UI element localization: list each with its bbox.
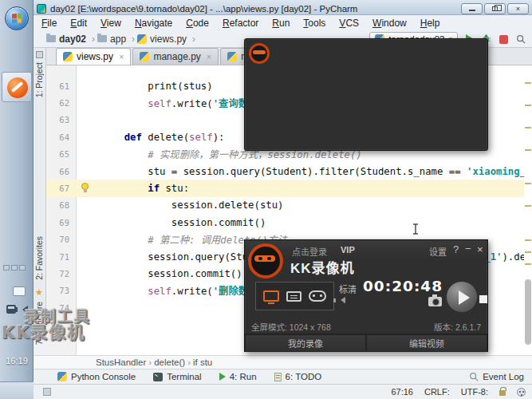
change-marker[interactable] <box>525 263 531 265</box>
change-marker[interactable] <box>525 105 531 106</box>
breadcrumb-method[interactable]: delete() <box>154 358 185 367</box>
favorites-star-icon: ★ <box>35 287 43 298</box>
inspection-profile-icon[interactable] <box>517 388 526 397</box>
search-icon[interactable] <box>516 34 526 44</box>
code-line-66[interactable]: 66 stu = session.query(Student).filter(S… <box>46 163 524 180</box>
change-marker[interactable] <box>525 183 531 184</box>
breadcrumb-day02[interactable]: day02 <box>46 34 86 45</box>
menu-file[interactable]: File <box>41 18 57 29</box>
change-marker[interactable] <box>525 82 531 84</box>
menu-edit[interactable]: Edit <box>70 18 87 29</box>
taskbar-mini-buttons[interactable] <box>3 265 26 271</box>
breadcrumb-views[interactable]: views.py <box>137 34 187 45</box>
menu-vcs[interactable]: VCS <box>339 18 359 29</box>
window-mode-icon[interactable] <box>286 291 301 302</box>
lock-icon[interactable] <box>499 390 506 396</box>
breadcrumb-app[interactable]: app <box>97 34 126 45</box>
kk-edit-video-button[interactable]: 编辑视频 <box>366 334 487 352</box>
change-marker[interactable] <box>525 251 531 253</box>
orange-app-icon <box>7 77 28 98</box>
kk-quality-label[interactable]: 标清 <box>339 282 357 295</box>
kk-record-button[interactable] <box>446 281 478 313</box>
language-indicator[interactable] <box>13 286 26 296</box>
intention-bulb-icon[interactable] <box>81 183 89 190</box>
tab-views.py[interactable]: views.py× <box>56 48 131 65</box>
kk-my-recordings-button[interactable]: 我的录像 <box>245 334 366 352</box>
change-marker[interactable] <box>525 239 531 241</box>
kk-help-button[interactable]: ? <box>453 243 459 255</box>
event-log-button[interactable]: Event Log <box>469 372 524 381</box>
kk-close-button[interactable]: × <box>477 243 483 255</box>
change-marker[interactable] <box>525 149 531 151</box>
text-cursor-ibeam <box>412 223 419 235</box>
todo-tool-button[interactable]: 6: TODO <box>274 372 322 381</box>
tool-window-strip: 1: Project 2: Favorites ★ 7: Structure <box>33 48 46 338</box>
kk-minimize-button[interactable]: − <box>465 243 471 255</box>
minimize-button[interactable] <box>461 3 483 14</box>
folder-icon <box>97 35 107 42</box>
breadcrumb-label: day02 <box>59 34 86 45</box>
line-ending-indicator[interactable]: CRLF: <box>424 387 450 397</box>
show-desktop-button[interactable] <box>0 381 33 399</box>
menu-window[interactable]: Window <box>372 18 407 29</box>
editor-scrollbar[interactable] <box>525 279 531 345</box>
line-number: 69 <box>46 218 77 227</box>
python-file-icon <box>137 34 147 44</box>
title-bar[interactable]: day02 [E:\wordspace\9.tornado\day02] - .… <box>33 0 532 15</box>
tool-strip-favorites[interactable]: 2: Favorites <box>34 236 44 280</box>
breadcrumb-statement[interactable]: if stu <box>193 358 212 367</box>
toolwindow-toggle-icon[interactable] <box>43 388 51 396</box>
watermark-line2: KK录像机 <box>2 325 86 342</box>
close-button[interactable]: × <box>507 3 529 14</box>
tool-window-bar: Python Console Terminal 4: Run 6: TODO E… <box>33 369 532 384</box>
taskbar-item-app[interactable] <box>2 72 32 102</box>
start-button[interactable] <box>5 6 29 30</box>
project-tool-icon[interactable] <box>36 51 43 58</box>
code-line-68[interactable]: 68 session.delete(stu) <box>46 197 524 214</box>
kk-speaker-icon[interactable] <box>341 297 345 303</box>
change-marker[interactable] <box>525 205 531 207</box>
kk-vip-link[interactable]: VIP <box>341 245 355 255</box>
pycharm-app-icon <box>37 4 46 14</box>
tool-label: Python Console <box>71 372 136 381</box>
run-tool-button[interactable]: 4: Run <box>219 372 257 381</box>
game-mode-icon[interactable] <box>309 290 326 302</box>
menu-view[interactable]: View <box>100 18 121 29</box>
tab-manage.py[interactable]: manage.py× <box>132 48 219 65</box>
terminal-button[interactable]: Terminal <box>153 372 201 381</box>
fullscreen-mode-icon[interactable] <box>263 290 279 302</box>
python-console-button[interactable]: Python Console <box>57 372 136 381</box>
tool-strip-project[interactable]: 1: Project <box>34 62 44 97</box>
menu-code[interactable]: Code <box>186 18 209 29</box>
code-line-67[interactable]: 67 if stu: <box>46 180 524 196</box>
restore-button[interactable] <box>484 3 506 14</box>
kk-recorder-icon <box>249 43 270 64</box>
kk-settings-button[interactable]: 设置 <box>429 245 447 258</box>
menu-navigate[interactable]: Navigate <box>135 18 172 29</box>
kk-recorder-window: 点击登录 VIP 设置 ? − × KK录像机 标清 00:20:48 全屏模式… <box>244 239 488 352</box>
kk-mode-info: 全屏模式: 1024 x 768 <box>251 321 331 333</box>
window-title: day02 [E:\wordspace\9.tornado\day02] - .… <box>50 4 456 14</box>
kk-login-link[interactable]: 点击登录 <box>292 245 327 258</box>
encoding-indicator[interactable]: UTF-8: <box>461 387 488 397</box>
menu-tools[interactable]: Tools <box>303 18 325 29</box>
taskbar-item-kk-recorder[interactable] <box>244 38 488 151</box>
restore-icon <box>492 6 498 11</box>
tab-close-icon[interactable]: × <box>207 52 211 61</box>
kk-screenshot-icon[interactable] <box>428 297 442 306</box>
tab-close-icon[interactable]: × <box>119 52 124 61</box>
bottom-breadcrumb: StusHandler › delete() › if stu <box>33 355 532 369</box>
change-marker[interactable] <box>525 127 531 128</box>
line-number: 64 <box>46 132 77 142</box>
kk-stop-icon[interactable] <box>479 295 487 303</box>
kk-mode-selector <box>255 282 334 310</box>
caret-position[interactable]: 67:16 <box>391 387 413 397</box>
menu-refactor[interactable]: Refactor <box>223 18 258 29</box>
line-number: 61 <box>46 81 77 91</box>
menu-help[interactable]: Help <box>420 18 440 29</box>
code-line-69[interactable]: 69 session.commit() <box>46 214 524 231</box>
breadcrumb-class[interactable]: StusHandler <box>96 358 146 367</box>
taskbar-clock[interactable]: 16:19 <box>0 356 33 365</box>
stop-button[interactable] <box>499 35 508 44</box>
menu-run[interactable]: Run <box>272 18 290 29</box>
